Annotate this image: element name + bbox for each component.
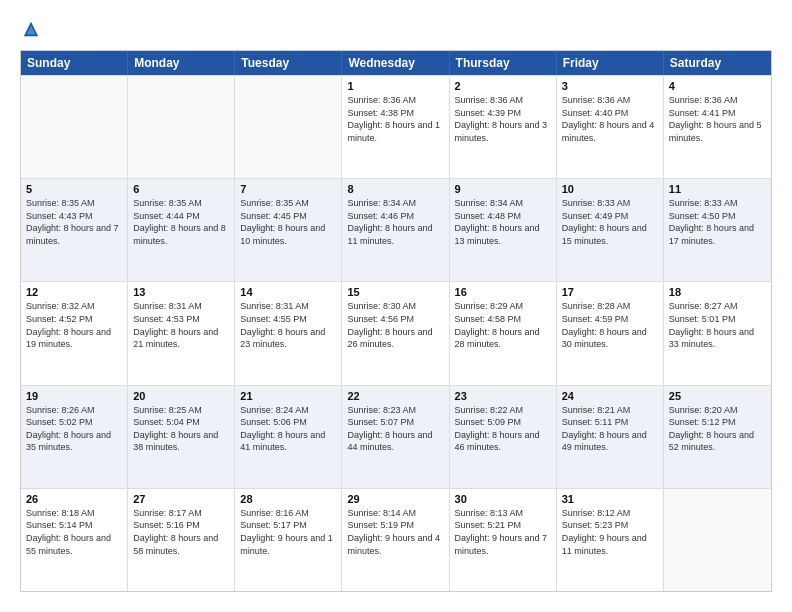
day-number: 22 [347, 390, 443, 402]
cal-cell-3-4: 23Sunrise: 8:22 AM Sunset: 5:09 PM Dayli… [450, 386, 557, 488]
cal-cell-1-3: 8Sunrise: 8:34 AM Sunset: 4:46 PM Daylig… [342, 179, 449, 281]
cell-info: Sunrise: 8:28 AM Sunset: 4:59 PM Dayligh… [562, 300, 658, 350]
day-number: 27 [133, 493, 229, 505]
cal-cell-3-1: 20Sunrise: 8:25 AM Sunset: 5:04 PM Dayli… [128, 386, 235, 488]
cal-cell-4-4: 30Sunrise: 8:13 AM Sunset: 5:21 PM Dayli… [450, 489, 557, 591]
cal-cell-0-4: 2Sunrise: 8:36 AM Sunset: 4:39 PM Daylig… [450, 76, 557, 178]
cell-info: Sunrise: 8:33 AM Sunset: 4:50 PM Dayligh… [669, 197, 766, 247]
day-number: 24 [562, 390, 658, 402]
cal-cell-1-4: 9Sunrise: 8:34 AM Sunset: 4:48 PM Daylig… [450, 179, 557, 281]
cal-cell-0-1 [128, 76, 235, 178]
cell-info: Sunrise: 8:25 AM Sunset: 5:04 PM Dayligh… [133, 404, 229, 454]
cell-info: Sunrise: 8:33 AM Sunset: 4:49 PM Dayligh… [562, 197, 658, 247]
cal-cell-4-1: 27Sunrise: 8:17 AM Sunset: 5:16 PM Dayli… [128, 489, 235, 591]
cal-cell-1-1: 6Sunrise: 8:35 AM Sunset: 4:44 PM Daylig… [128, 179, 235, 281]
cal-cell-2-1: 13Sunrise: 8:31 AM Sunset: 4:53 PM Dayli… [128, 282, 235, 384]
page: SundayMondayTuesdayWednesdayThursdayFrid… [0, 0, 792, 612]
cell-info: Sunrise: 8:36 AM Sunset: 4:39 PM Dayligh… [455, 94, 551, 144]
cell-info: Sunrise: 8:29 AM Sunset: 4:58 PM Dayligh… [455, 300, 551, 350]
cell-info: Sunrise: 8:36 AM Sunset: 4:40 PM Dayligh… [562, 94, 658, 144]
day-number: 12 [26, 286, 122, 298]
day-number: 16 [455, 286, 551, 298]
day-number: 5 [26, 183, 122, 195]
cal-cell-2-6: 18Sunrise: 8:27 AM Sunset: 5:01 PM Dayli… [664, 282, 771, 384]
day-number: 28 [240, 493, 336, 505]
cell-info: Sunrise: 8:22 AM Sunset: 5:09 PM Dayligh… [455, 404, 551, 454]
day-number: 15 [347, 286, 443, 298]
header-day-friday: Friday [557, 51, 664, 75]
day-number: 2 [455, 80, 551, 92]
calendar-row-4: 26Sunrise: 8:18 AM Sunset: 5:14 PM Dayli… [21, 488, 771, 591]
cal-cell-3-5: 24Sunrise: 8:21 AM Sunset: 5:11 PM Dayli… [557, 386, 664, 488]
cal-cell-2-0: 12Sunrise: 8:32 AM Sunset: 4:52 PM Dayli… [21, 282, 128, 384]
cal-cell-1-0: 5Sunrise: 8:35 AM Sunset: 4:43 PM Daylig… [21, 179, 128, 281]
cell-info: Sunrise: 8:17 AM Sunset: 5:16 PM Dayligh… [133, 507, 229, 557]
day-number: 1 [347, 80, 443, 92]
day-number: 20 [133, 390, 229, 402]
day-number: 19 [26, 390, 122, 402]
calendar-row-0: 1Sunrise: 8:36 AM Sunset: 4:38 PM Daylig… [21, 75, 771, 178]
cell-info: Sunrise: 8:16 AM Sunset: 5:17 PM Dayligh… [240, 507, 336, 557]
day-number: 9 [455, 183, 551, 195]
day-number: 17 [562, 286, 658, 298]
calendar-body: 1Sunrise: 8:36 AM Sunset: 4:38 PM Daylig… [21, 75, 771, 591]
header-day-monday: Monday [128, 51, 235, 75]
day-number: 30 [455, 493, 551, 505]
cell-info: Sunrise: 8:35 AM Sunset: 4:45 PM Dayligh… [240, 197, 336, 247]
cal-cell-0-6: 4Sunrise: 8:36 AM Sunset: 4:41 PM Daylig… [664, 76, 771, 178]
cell-info: Sunrise: 8:27 AM Sunset: 5:01 PM Dayligh… [669, 300, 766, 350]
cal-cell-2-3: 15Sunrise: 8:30 AM Sunset: 4:56 PM Dayli… [342, 282, 449, 384]
cal-cell-3-0: 19Sunrise: 8:26 AM Sunset: 5:02 PM Dayli… [21, 386, 128, 488]
cal-cell-4-2: 28Sunrise: 8:16 AM Sunset: 5:17 PM Dayli… [235, 489, 342, 591]
cell-info: Sunrise: 8:24 AM Sunset: 5:06 PM Dayligh… [240, 404, 336, 454]
day-number: 3 [562, 80, 658, 92]
day-number: 13 [133, 286, 229, 298]
cal-cell-2-2: 14Sunrise: 8:31 AM Sunset: 4:55 PM Dayli… [235, 282, 342, 384]
header-day-wednesday: Wednesday [342, 51, 449, 75]
cell-info: Sunrise: 8:23 AM Sunset: 5:07 PM Dayligh… [347, 404, 443, 454]
day-number: 7 [240, 183, 336, 195]
calendar-row-3: 19Sunrise: 8:26 AM Sunset: 5:02 PM Dayli… [21, 385, 771, 488]
day-number: 18 [669, 286, 766, 298]
cal-cell-4-3: 29Sunrise: 8:14 AM Sunset: 5:19 PM Dayli… [342, 489, 449, 591]
cal-cell-3-3: 22Sunrise: 8:23 AM Sunset: 5:07 PM Dayli… [342, 386, 449, 488]
cell-info: Sunrise: 8:26 AM Sunset: 5:02 PM Dayligh… [26, 404, 122, 454]
cal-cell-0-0 [21, 76, 128, 178]
cell-info: Sunrise: 8:31 AM Sunset: 4:55 PM Dayligh… [240, 300, 336, 350]
day-number: 25 [669, 390, 766, 402]
cal-cell-2-5: 17Sunrise: 8:28 AM Sunset: 4:59 PM Dayli… [557, 282, 664, 384]
cell-info: Sunrise: 8:14 AM Sunset: 5:19 PM Dayligh… [347, 507, 443, 557]
cell-info: Sunrise: 8:34 AM Sunset: 4:46 PM Dayligh… [347, 197, 443, 247]
cell-info: Sunrise: 8:12 AM Sunset: 5:23 PM Dayligh… [562, 507, 658, 557]
day-number: 26 [26, 493, 122, 505]
day-number: 6 [133, 183, 229, 195]
cell-info: Sunrise: 8:35 AM Sunset: 4:43 PM Dayligh… [26, 197, 122, 247]
day-number: 21 [240, 390, 336, 402]
cell-info: Sunrise: 8:35 AM Sunset: 4:44 PM Dayligh… [133, 197, 229, 247]
day-number: 10 [562, 183, 658, 195]
day-number: 11 [669, 183, 766, 195]
cell-info: Sunrise: 8:36 AM Sunset: 4:41 PM Dayligh… [669, 94, 766, 144]
cal-cell-4-5: 31Sunrise: 8:12 AM Sunset: 5:23 PM Dayli… [557, 489, 664, 591]
cal-cell-3-2: 21Sunrise: 8:24 AM Sunset: 5:06 PM Dayli… [235, 386, 342, 488]
calendar-row-1: 5Sunrise: 8:35 AM Sunset: 4:43 PM Daylig… [21, 178, 771, 281]
cal-cell-1-5: 10Sunrise: 8:33 AM Sunset: 4:49 PM Dayli… [557, 179, 664, 281]
day-number: 14 [240, 286, 336, 298]
cell-info: Sunrise: 8:31 AM Sunset: 4:53 PM Dayligh… [133, 300, 229, 350]
cell-info: Sunrise: 8:18 AM Sunset: 5:14 PM Dayligh… [26, 507, 122, 557]
cal-cell-3-6: 25Sunrise: 8:20 AM Sunset: 5:12 PM Dayli… [664, 386, 771, 488]
calendar-row-2: 12Sunrise: 8:32 AM Sunset: 4:52 PM Dayli… [21, 281, 771, 384]
cal-cell-0-3: 1Sunrise: 8:36 AM Sunset: 4:38 PM Daylig… [342, 76, 449, 178]
day-number: 23 [455, 390, 551, 402]
cell-info: Sunrise: 8:21 AM Sunset: 5:11 PM Dayligh… [562, 404, 658, 454]
header-day-sunday: Sunday [21, 51, 128, 75]
cal-cell-4-6 [664, 489, 771, 591]
cal-cell-4-0: 26Sunrise: 8:18 AM Sunset: 5:14 PM Dayli… [21, 489, 128, 591]
cal-cell-0-2 [235, 76, 342, 178]
cal-cell-0-5: 3Sunrise: 8:36 AM Sunset: 4:40 PM Daylig… [557, 76, 664, 178]
day-number: 4 [669, 80, 766, 92]
day-number: 31 [562, 493, 658, 505]
cell-info: Sunrise: 8:34 AM Sunset: 4:48 PM Dayligh… [455, 197, 551, 247]
logo [20, 20, 40, 38]
cal-cell-1-2: 7Sunrise: 8:35 AM Sunset: 4:45 PM Daylig… [235, 179, 342, 281]
